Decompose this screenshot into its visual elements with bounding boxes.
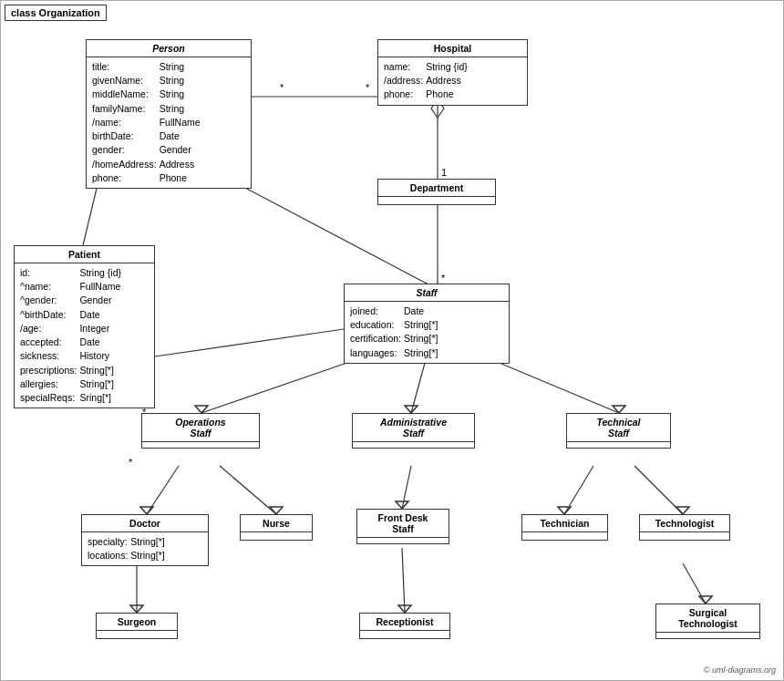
class-surgical-technologist: Surgical Technologist (655, 604, 760, 639)
svg-line-17 (220, 466, 276, 514)
svg-line-15 (147, 466, 179, 514)
svg-marker-26 (130, 605, 143, 613)
svg-marker-18 (270, 507, 283, 514)
svg-line-9 (201, 356, 366, 413)
class-receptionist-attrs (360, 631, 449, 638)
class-technician-title: Technician (522, 515, 607, 532)
class-operations-staff-attrs (142, 442, 259, 448)
svg-line-19 (402, 466, 411, 509)
svg-line-21 (564, 466, 593, 514)
class-administrative-staff: Administrative Staff (352, 413, 475, 449)
class-receptionist-title: Receptionist (360, 614, 449, 631)
svg-text:*: * (280, 82, 284, 93)
class-technologist-title: Technologist (640, 515, 729, 532)
class-operations-staff: Operations Staff (141, 413, 260, 449)
class-technical-staff: Technical Staff (566, 413, 671, 449)
class-technician-attrs (522, 532, 607, 540)
class-technologist-attrs (640, 532, 729, 540)
class-surgeon-attrs (97, 631, 177, 638)
class-person-title: Person (87, 40, 251, 57)
class-front-desk-staff: Front Desk Staff (356, 509, 449, 544)
class-doctor-title: Doctor (82, 515, 208, 532)
class-nurse-attrs (241, 532, 312, 540)
svg-text:*: * (441, 273, 446, 284)
class-technical-staff-attrs (567, 442, 670, 448)
svg-marker-10 (195, 406, 208, 413)
class-receptionist: Receptionist (359, 613, 450, 639)
class-department-title: Department (378, 180, 495, 197)
class-technical-staff-title: Technical Staff (567, 414, 670, 442)
class-staff-attrs: joined:Date education:String[*] certific… (345, 302, 509, 363)
class-patient: Patient id:String {id} ^name:FullName ^g… (14, 245, 155, 408)
svg-text:*: * (366, 82, 370, 93)
class-technician: Technician (521, 514, 608, 541)
svg-line-13 (484, 356, 619, 413)
class-staff-title: Staff (345, 284, 509, 302)
class-operations-staff-title: Operations Staff (142, 414, 259, 442)
svg-line-11 (411, 356, 427, 413)
class-surgeon-title: Surgeon (97, 614, 177, 631)
svg-text:1: 1 (441, 167, 447, 178)
class-front-desk-staff-title: Front Desk Staff (357, 510, 449, 538)
svg-line-23 (634, 466, 683, 514)
class-staff: Staff joined:Date education:String[*] ce… (344, 284, 510, 364)
class-surgeon: Surgeon (96, 613, 178, 639)
svg-marker-22 (558, 507, 571, 514)
class-administrative-staff-title: Administrative Staff (353, 414, 474, 442)
class-person: Person title:String givenName:String mid… (86, 39, 252, 189)
svg-marker-12 (405, 406, 418, 413)
copyright: © uml-diagrams.org (704, 666, 776, 675)
class-nurse-title: Nurse (241, 515, 312, 532)
class-hospital-attrs: name:String {id} /address:Address phone:… (378, 57, 527, 105)
uml-diagram: class Organization (0, 0, 784, 681)
class-technologist: Technologist (639, 514, 730, 541)
svg-marker-20 (396, 501, 408, 509)
svg-marker-24 (676, 507, 689, 514)
frame-label: class Organization (5, 5, 107, 21)
class-front-desk-staff-attrs (357, 538, 449, 543)
class-patient-title: Patient (15, 246, 154, 263)
svg-marker-28 (398, 605, 411, 613)
class-doctor-attrs: specialty:String[*] locations:String[*] (82, 532, 208, 565)
svg-marker-30 (699, 596, 712, 604)
svg-line-31 (155, 329, 344, 356)
svg-line-29 (683, 563, 706, 604)
class-department: Department (377, 179, 496, 205)
class-department-attrs (378, 197, 495, 204)
svg-line-27 (402, 548, 405, 613)
svg-marker-16 (140, 507, 153, 514)
class-administrative-staff-attrs (353, 442, 474, 448)
class-surgical-technologist-title: Surgical Technologist (656, 604, 759, 633)
class-surgical-technologist-attrs (656, 633, 759, 638)
class-nurse: Nurse (240, 514, 313, 541)
svg-text:*: * (129, 457, 133, 468)
class-person-attrs: title:String givenName:String middleName… (87, 57, 251, 188)
class-doctor: Doctor specialty:String[*] locations:Str… (81, 514, 209, 566)
class-hospital: Hospital name:String {id} /address:Addre… (377, 39, 528, 106)
svg-marker-14 (613, 406, 625, 413)
class-patient-attrs: id:String {id} ^name:FullName ^gender:Ge… (15, 263, 154, 408)
class-hospital-title: Hospital (378, 40, 527, 57)
